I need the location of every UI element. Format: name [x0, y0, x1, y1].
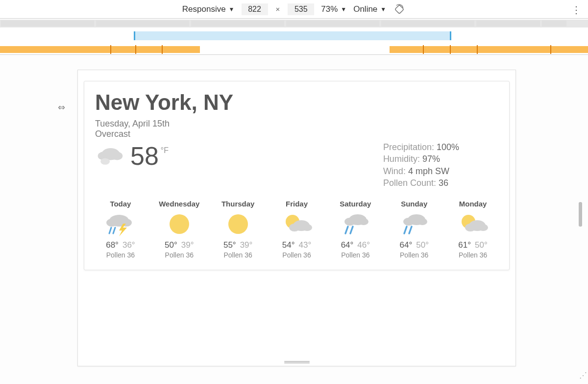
svg-point-18 — [344, 218, 355, 226]
resize-handle-left[interactable]: ⇔ — [58, 102, 65, 113]
svg-point-6 — [106, 219, 117, 227]
day-name: Saturday — [330, 200, 381, 208]
low-temp: 43° — [299, 240, 312, 250]
svg-line-26 — [409, 227, 412, 233]
high-temp: 64° — [400, 240, 413, 250]
rotate-icon — [394, 4, 405, 15]
sun-icon — [213, 211, 264, 237]
svg-line-25 — [404, 227, 407, 233]
condition-text: Overcast — [95, 129, 498, 139]
partly-icon — [447, 211, 498, 237]
storm-icon — [95, 211, 146, 237]
low-temp: 39° — [181, 240, 194, 250]
high-temp: 64° — [341, 240, 354, 250]
pollen-text: Pollen 36 — [330, 251, 381, 259]
forecast-day: Thursday55°39°Pollen 36 — [213, 200, 264, 259]
svg-point-16 — [302, 224, 312, 231]
rain-icon — [330, 211, 381, 237]
chevron-down-icon: ▼ — [380, 6, 386, 13]
svg-point-24 — [417, 218, 427, 225]
svg-point-3 — [112, 152, 123, 160]
svg-point-11 — [170, 214, 189, 234]
emulated-viewport: New York, NY Tuesday, April 15th Overcas… — [77, 70, 516, 366]
overcast-icon — [95, 145, 124, 167]
low-temp: 36° — [122, 240, 135, 250]
emulated-stage: ⇔ New York, NY Tuesday, April 15th Overc… — [0, 55, 588, 384]
partly-icon — [271, 211, 322, 237]
day-name: Sunday — [389, 200, 440, 208]
high-temp: 68° — [106, 240, 119, 250]
sun-icon — [154, 211, 205, 237]
viewport-height-input[interactable] — [288, 3, 314, 15]
media-query-bar[interactable] — [0, 27, 588, 55]
svg-point-4 — [100, 158, 110, 165]
pollen-text: Pollen 36 — [95, 251, 146, 259]
location-title: New York, NY — [95, 90, 498, 115]
low-temp: 39° — [240, 240, 253, 250]
high-temp: 54° — [282, 240, 295, 250]
vertical-scrollbar[interactable] — [579, 202, 582, 227]
svg-line-9 — [109, 228, 111, 233]
devtools-device-toolbar: Responsive ▼ × 73% ▼ Online ▼ ⋮ — [0, 0, 588, 19]
svg-point-29 — [465, 224, 476, 231]
forecast-row: Today68°36°Pollen 36Wednesday50°39°Polle… — [95, 200, 498, 259]
media-query-min[interactable] — [0, 46, 200, 53]
day-name: Monday — [447, 200, 498, 208]
svg-point-23 — [403, 218, 414, 226]
zoom-dropdown[interactable]: 73% ▼ — [321, 4, 346, 14]
forecast-day: Friday54°43°Pollen 36 — [271, 200, 322, 259]
svg-point-12 — [228, 214, 248, 234]
pollen-text: Pollen 36 — [447, 251, 498, 259]
forecast-day: Wednesday50°39°Pollen 36 — [154, 200, 205, 259]
pollen-text: Pollen 36 — [271, 251, 322, 259]
media-query-max[interactable] — [390, 46, 588, 53]
svg-line-20 — [345, 227, 348, 233]
pollen-text: Pollen 36 — [389, 251, 440, 259]
rotate-button[interactable] — [393, 3, 406, 16]
date-text: Tuesday, April 15th — [95, 119, 498, 129]
low-temp: 50° — [475, 240, 488, 250]
resize-grip-corner[interactable]: ⋰ — [579, 371, 585, 380]
pollen-text: Pollen 36 — [154, 251, 205, 259]
forecast-day: Monday61°50°Pollen 36 — [447, 200, 498, 259]
media-query-range[interactable] — [134, 31, 451, 40]
day-name: Wednesday — [154, 200, 205, 208]
svg-point-19 — [359, 218, 368, 225]
high-temp: 50° — [165, 240, 177, 250]
svg-point-30 — [478, 224, 488, 231]
temp-unit: °F — [161, 146, 169, 155]
rain-icon — [389, 211, 440, 237]
day-name: Today — [95, 200, 146, 208]
high-temp: 55° — [223, 240, 236, 250]
network-label: Online — [353, 4, 377, 14]
more-options-button[interactable]: ⋮ — [571, 4, 581, 16]
low-temp: 46° — [357, 240, 370, 250]
kebab-icon: ⋮ — [571, 4, 581, 15]
high-temp: 61° — [458, 240, 471, 250]
forecast-day: Saturday64°46°Pollen 36 — [330, 200, 381, 259]
day-name: Thursday — [213, 200, 264, 208]
forecast-day: Today68°36°Pollen 36 — [95, 200, 146, 259]
dimension-separator: × — [276, 5, 280, 13]
day-name: Friday — [271, 200, 322, 208]
device-mode-label: Responsive — [182, 4, 226, 14]
resize-handle-bottom[interactable] — [284, 360, 310, 363]
current-temp: 58 — [130, 141, 159, 171]
svg-line-21 — [350, 227, 353, 233]
zoom-label: 73% — [321, 4, 338, 14]
chevron-down-icon: ▼ — [229, 6, 235, 13]
network-dropdown[interactable]: Online ▼ — [353, 4, 386, 14]
width-ruler[interactable] — [0, 20, 588, 27]
device-mode-dropdown[interactable]: Responsive ▼ — [182, 4, 235, 14]
chevron-down-icon: ▼ — [341, 6, 346, 13]
svg-point-15 — [289, 224, 300, 231]
weather-card: New York, NY Tuesday, April 15th Overcas… — [84, 81, 510, 270]
low-temp: 50° — [416, 240, 429, 250]
viewport-width-input[interactable] — [242, 3, 268, 15]
svg-line-10 — [113, 228, 115, 233]
forecast-day: Sunday64°50°Pollen 36 — [389, 200, 440, 259]
weather-facts: Precipitation: 100% Humidity: 97% Wind: … — [383, 141, 459, 189]
pollen-text: Pollen 36 — [213, 251, 264, 259]
